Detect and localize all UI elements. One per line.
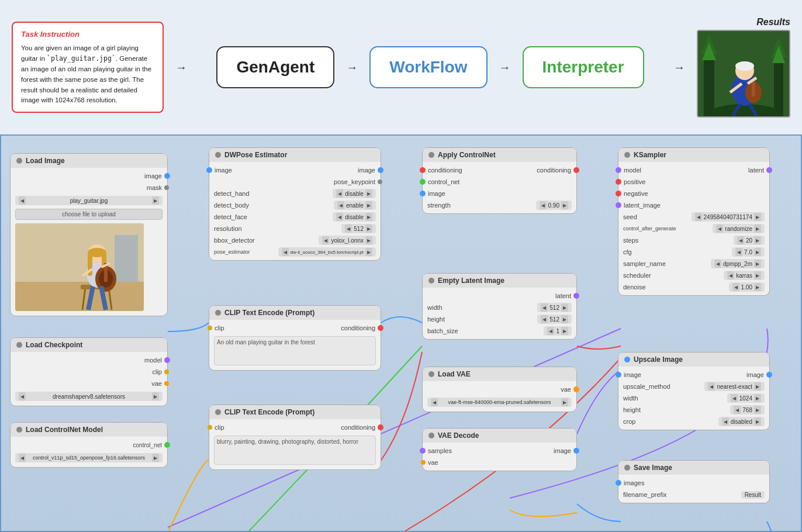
task-instruction-box: Task Instruction You are given an image … [12,22,164,113]
result-section: Results [697,17,790,118]
upload-button[interactable]: choose file to upload [15,209,163,220]
dwpose-title: DWPose Estimator [224,151,287,159]
clip-positive-title: CLIP Text Encode (Prompt) [224,309,314,317]
controlnet-next-btn[interactable]: ▶ [152,454,159,462]
genagent-box: GenAgent [216,46,334,88]
load-image-title: Load Image [26,157,65,165]
save-image-node: Save Image images filename_prefix Result [618,460,770,503]
ckpt-next-btn[interactable]: ▶ [152,392,159,400]
dwpose-header: DWPose Estimator [209,148,381,162]
controlnet-prev-btn[interactable]: ◀ [19,454,26,462]
seed-val: 249584040731174 [704,214,752,220]
load-checkpoint-body: model clip vae ◀ dreamshaperv8.safetenso… [11,352,167,406]
filename-value: play_guitar.jpg [27,198,150,204]
clip-negative-node: CLIP Text Encode (Prompt) clip condition… [209,405,381,470]
clip-negative-text[interactable]: blurry, painting, drawing, photography, … [214,436,376,465]
resolution-val: 512 [354,226,364,232]
load-controlnet-title: Load ControlNet Model [26,426,103,434]
apply-controlnet-header: Apply ControlNet [423,148,576,162]
vae-next-btn[interactable]: ▶ [561,398,568,406]
load-controlnet-header: Load ControlNet Model [11,423,167,437]
filename-next-btn[interactable]: ▶ [152,196,159,205]
arrow-1: → [164,61,199,73]
height-val: 512 [549,316,559,323]
load-vae-header: Load VAE [423,367,576,381]
top-pipeline: GenAgent → WorkFlow → Interpreter [199,46,662,88]
save-image-title: Save Image [634,464,672,472]
load-checkpoint-node: Load Checkpoint model clip vae ◀ dreamsh… [10,337,168,406]
filename-prefix-val: Result [745,492,761,498]
crop-val: disabled [731,419,752,425]
empty-latent-node: Empty Latent Image latent width ◀ 512 ▶ … [422,273,577,340]
ksampler-title: KSampler [634,151,666,159]
load-image-node: Load Image image mask ◀ play_guitar.jpg … [10,153,168,316]
svg-rect-19 [115,235,138,282]
apply-controlnet-body: conditioning conditioning control_net im… [423,162,576,213]
save-image-body: images filename_prefix Result [618,475,769,503]
load-image-upload-row[interactable]: choose file to upload [11,208,167,221]
strength-val: 0.90 [548,202,559,209]
vae-prev-btn[interactable]: ◀ [431,398,438,406]
arrow-2: → [334,61,369,73]
detect-hand-prev[interactable]: ◀ [336,189,343,198]
upscale-width-val: 1024 [739,395,752,402]
ksampler-body: model latent positive negative latent_im… [618,162,769,295]
result-image [697,30,790,118]
controlnet-value: control_v11p_sd15_openpose_fp16.safetens… [27,455,150,461]
load-image-filename-row[interactable]: ◀ play_guitar.jpg ▶ [11,195,167,206]
empty-latent-header: Empty Latent Image [423,274,576,288]
load-controlnet-node: Load ControlNet Model control_net ◀ cont… [10,422,168,468]
arrow-3: → [488,61,523,73]
detect-body-val: enable [346,202,364,209]
vae-name-val: vae-ft-mse-840000-ema-pruned.safetensors [440,399,559,405]
sampler-val: dpmpp_2m [723,261,752,267]
apply-controlnet-title: Apply ControlNet [438,151,496,159]
upscale-image-body: image image upscale_method ◀ nearest-exa… [618,367,769,430]
ckpt-prev-btn[interactable]: ◀ [19,392,26,400]
load-controlnet-dot [16,427,22,433]
dwpose-image-in [206,167,212,173]
apply-controlnet-node: Apply ControlNet conditioning conditioni… [422,147,577,214]
detect-hand-next[interactable]: ▶ [365,189,372,198]
clip-positive-body: clip conditioning An old man playing gui… [209,320,381,370]
control-after-val: randomize [725,226,752,232]
vae-decode-node: VAE Decode samples image vae [422,428,577,471]
clip-negative-body: clip conditioning blurry, painting, draw… [209,419,381,469]
upscale-image-header: Upscale Image [618,353,769,367]
upscale-image-node: Upscale Image image image upscale_method… [618,352,770,430]
port-image-out [164,173,170,179]
filename-prev-btn[interactable]: ◀ [19,196,26,205]
task-instruction-title: Task Instruction [21,29,154,40]
scheduler-val: karras [736,272,752,279]
workflow-area: Load Image image mask ◀ play_guitar.jpg … [0,134,802,532]
workflow-box: WorkFlow [369,46,487,88]
svg-rect-18 [15,282,144,311]
ksampler-header: KSampler [618,148,769,162]
dwpose-body: image image pose_keypoint detect_hand ◀ … [209,162,381,260]
width-val: 512 [549,305,559,311]
vae-decode-header: VAE Decode [423,429,576,443]
result-label: Results [756,17,790,27]
port-mask-out [164,185,169,190]
clip-negative-header: CLIP Text Encode (Prompt) [209,405,381,419]
load-checkpoint-title: Load Checkpoint [26,341,82,349]
dwpose-node: DWPose Estimator image image pose_keypoi… [209,147,381,261]
clip-positive-node: CLIP Text Encode (Prompt) clip condition… [209,305,381,371]
arrow-4: → [662,61,697,73]
ksampler-node: KSampler model latent positive negative … [618,147,770,296]
upscale-image-title: Upscale Image [634,355,683,364]
load-vae-body: vae ◀ vae-ft-mse-840000-ema-pruned.safet… [423,381,576,412]
load-image-mask-row: mask [11,182,167,194]
load-image-header: Load Image [11,154,167,168]
clip-positive-header: CLIP Text Encode (Prompt) [209,306,381,320]
vae-decode-title: VAE Decode [438,431,479,440]
empty-latent-body: latent width ◀ 512 ▶ height ◀ 512 ▶ [423,288,576,339]
load-image-preview [15,223,144,311]
denoise-val: 1.00 [741,284,752,291]
svg-rect-4 [774,54,783,118]
upscale-method-val: nearest-exact [717,384,752,390]
clip-positive-text[interactable]: An old man playing guitar in the forest [214,336,376,365]
cfg-val: 7.0 [744,249,752,255]
vae-decode-body: samples image vae [423,443,576,471]
empty-latent-title: Empty Latent Image [438,277,504,285]
